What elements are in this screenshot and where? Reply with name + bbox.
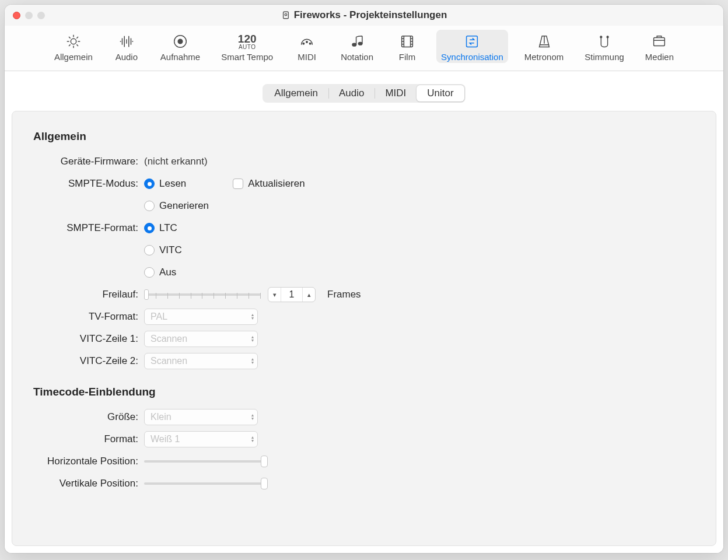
- toolbar-aufnahme[interactable]: Aufnahme: [156, 30, 205, 63]
- vpos-label: Vertikale Position:: [33, 478, 144, 489]
- smpte-modus-lesen-radio[interactable]: Lesen: [144, 178, 186, 190]
- svg-rect-14: [654, 37, 665, 46]
- toolbar-notation[interactable]: Notation: [336, 30, 378, 63]
- film-icon: [398, 32, 416, 51]
- svg-point-6: [306, 41, 307, 43]
- vitc2-label: VITC-Zeile 2:: [33, 355, 144, 367]
- smpte-modus-label: SMPTE-Modus:: [33, 178, 144, 190]
- zoom-window-button[interactable]: [37, 12, 45, 19]
- freilauf-unit: Frames: [327, 289, 361, 300]
- subtab-midi[interactable]: MIDI: [374, 85, 416, 102]
- updown-icon: ▴▾: [251, 313, 254, 320]
- svg-point-1: [285, 13, 287, 16]
- horizontal-position-slider[interactable]: [144, 455, 267, 468]
- record-icon: [171, 32, 190, 51]
- titlebar: Fireworks - Projekteinstellungen: [5, 5, 723, 26]
- toolbar-metronom[interactable]: Metronom: [520, 30, 569, 63]
- chevron-down-icon[interactable]: ▾: [268, 288, 281, 302]
- vertical-position-slider[interactable]: [144, 477, 267, 490]
- section-allgemein-title: Allgemein: [33, 130, 695, 143]
- settings-panel: Allgemein Geräte-Firmware: (nicht erkann…: [12, 111, 716, 546]
- tv-format-label: TV-Format:: [33, 311, 144, 323]
- svg-rect-11: [467, 36, 478, 47]
- vitc1-select[interactable]: Scannen ▴▾: [144, 331, 258, 347]
- toolbar-synchronisation[interactable]: Synchronisation: [436, 30, 508, 63]
- svg-point-13: [607, 36, 608, 38]
- waveform-icon: [117, 32, 136, 51]
- subtab-unitor[interactable]: Unitor: [416, 85, 464, 102]
- gear-icon: [64, 32, 83, 51]
- svg-point-12: [600, 36, 602, 38]
- smpte-format-vitc-radio[interactable]: VITC: [144, 244, 182, 256]
- minimize-window-button[interactable]: [25, 12, 33, 19]
- notation-icon: [348, 32, 366, 51]
- toolbar-midi[interactable]: MIDI: [289, 30, 324, 63]
- toolbar-medien[interactable]: Medien: [640, 30, 678, 63]
- subtab-audio[interactable]: Audio: [328, 85, 374, 102]
- preferences-window: Fireworks - Projekteinstellungen Allgeme…: [5, 5, 723, 553]
- smpte-modus-generieren-radio[interactable]: Generieren: [144, 200, 209, 212]
- freilauf-value: 1: [281, 289, 302, 300]
- groesse-select[interactable]: Klein ▴▾: [144, 409, 258, 425]
- svg-point-4: [178, 39, 183, 44]
- midi-icon: [298, 32, 316, 51]
- smpte-format-ltc-radio[interactable]: LTC: [144, 222, 177, 234]
- window-title: Fireworks - Projekteinstellungen: [294, 9, 447, 21]
- section-timecode-title: Timecode-Einblendung: [33, 386, 695, 398]
- toolbar-smart-tempo[interactable]: 120 AUTO Smart Tempo: [216, 30, 278, 63]
- freilauf-slider[interactable]: [144, 288, 261, 301]
- chevron-up-icon[interactable]: ▴: [302, 288, 315, 302]
- freilauf-label: Freilauf:: [33, 289, 144, 300]
- toolbar-audio[interactable]: Audio: [109, 30, 144, 63]
- tv-format-select[interactable]: PAL ▴▾: [144, 309, 258, 325]
- freilauf-stepper[interactable]: ▾ 1 ▴: [268, 287, 316, 302]
- firmware-label: Geräte-Firmware:: [33, 156, 144, 167]
- svg-point-9: [358, 42, 362, 45]
- toolbar: Allgemein Audio Aufnahme 120 AUTO Smart …: [5, 26, 723, 71]
- tuning-icon: [595, 32, 614, 51]
- firmware-value: (nicht erkannt): [144, 156, 208, 167]
- document-icon: [281, 10, 290, 20]
- smpte-format-label: SMPTE-Format:: [33, 222, 144, 234]
- svg-point-7: [310, 43, 311, 44]
- updown-icon: ▴▾: [251, 414, 254, 421]
- svg-point-8: [352, 43, 356, 46]
- smpte-aktualisieren-checkbox[interactable]: Aktualisieren: [233, 178, 304, 190]
- svg-point-2: [71, 38, 76, 44]
- updown-icon: ▴▾: [251, 358, 254, 365]
- updown-icon: ▴▾: [251, 335, 254, 342]
- smart-tempo-icon: 120 AUTO: [238, 32, 257, 51]
- toolbar-film[interactable]: Film: [390, 30, 425, 63]
- toolbar-allgemein[interactable]: Allgemein: [50, 30, 97, 63]
- content-area: Allgemein Audio MIDI Unitor Allgemein Ge…: [5, 71, 723, 553]
- format-label: Format:: [33, 433, 144, 445]
- sync-icon: [463, 32, 481, 51]
- media-icon: [650, 32, 668, 51]
- svg-rect-0: [283, 12, 288, 18]
- vitc2-select[interactable]: Scannen ▴▾: [144, 353, 258, 369]
- subtab-allgemein[interactable]: Allgemein: [264, 85, 328, 102]
- format-select[interactable]: Weiß 1 ▴▾: [144, 431, 258, 447]
- metronome-icon: [535, 32, 554, 51]
- close-window-button[interactable]: [13, 12, 20, 19]
- traffic-lights: [5, 12, 45, 19]
- smpte-format-aus-radio[interactable]: Aus: [144, 267, 176, 278]
- svg-point-5: [303, 43, 304, 44]
- subtab-bar: Allgemein Audio MIDI Unitor: [12, 84, 716, 103]
- updown-icon: ▴▾: [251, 436, 254, 443]
- hpos-label: Horizontale Position:: [33, 456, 144, 467]
- toolbar-stimmung[interactable]: Stimmung: [580, 30, 629, 63]
- vitc1-label: VITC-Zeile 1:: [33, 333, 144, 345]
- groesse-label: Größe:: [33, 411, 144, 423]
